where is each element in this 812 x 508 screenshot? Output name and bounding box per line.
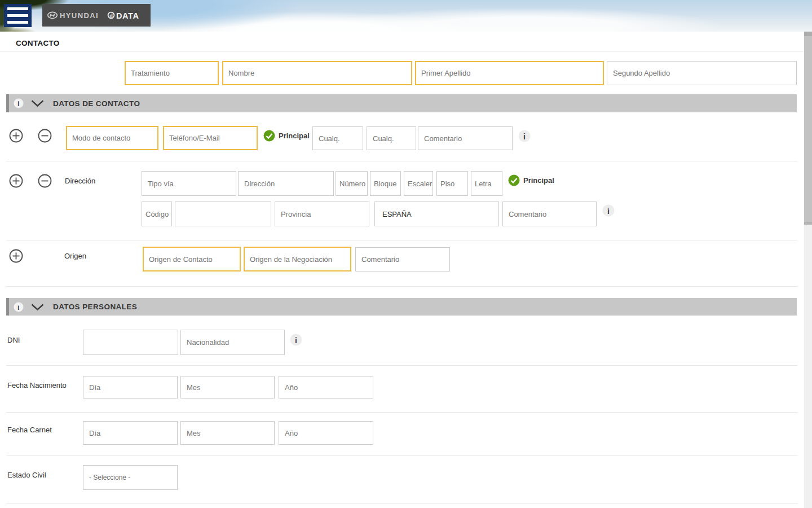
svg-text:DATA: DATA [116, 11, 139, 20]
svg-text:i: i [295, 336, 297, 345]
svg-text:i: i [523, 132, 526, 141]
svg-text:i: i [17, 99, 20, 108]
svg-text:d: d [109, 13, 113, 19]
svg-text:i: i [607, 207, 610, 216]
svg-text:i: i [17, 303, 20, 312]
svg-text:HYUNDAI: HYUNDAI [60, 11, 99, 20]
